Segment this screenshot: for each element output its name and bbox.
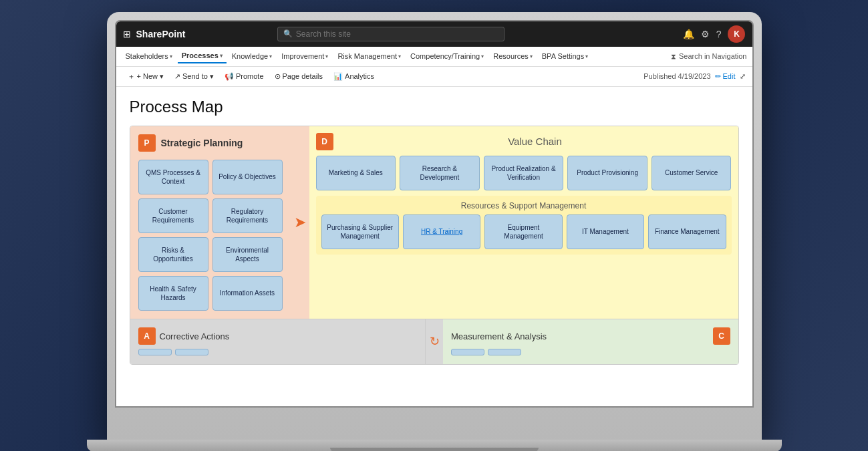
- settings-icon[interactable]: ⚙: [701, 29, 710, 39]
- measurement-box-2[interactable]: [488, 349, 521, 355]
- send-to-button[interactable]: ↗ Send to ▾: [170, 70, 219, 83]
- new-button[interactable]: ＋ + New ▾: [123, 69, 169, 84]
- value-chain-grid: Marketing & Sales Research & Development…: [316, 156, 732, 190]
- analytics-button[interactable]: 📊 Analytics: [329, 70, 379, 83]
- nav-competency[interactable]: Competency/Training ▾: [406, 49, 488, 63]
- bell-icon[interactable]: 🔔: [683, 29, 694, 39]
- corrective-box-2[interactable]: [175, 349, 208, 355]
- resources-grid: Purchasing & Supplier Management HR & Tr…: [321, 214, 726, 249]
- avatar[interactable]: K: [728, 25, 745, 43]
- nav-risk[interactable]: Risk Management ▾: [333, 49, 405, 63]
- value-chain-title: Value Chain: [339, 136, 732, 147]
- analytics-icon: 📊: [333, 72, 343, 81]
- chevron-icon: ▾: [160, 72, 164, 81]
- nav-bpa[interactable]: BPA Settings ▾: [538, 49, 592, 63]
- nav-stakeholders[interactable]: A Stakeholders ▾: [122, 49, 176, 63]
- regulatory-box[interactable]: Regulatory Requirements: [212, 198, 283, 233]
- search-bar[interactable]: 🔍: [277, 27, 504, 41]
- help-icon[interactable]: ?: [716, 29, 722, 39]
- nav-bar: A Stakeholders ▾ Processes ▾ Knowledge ▾…: [116, 47, 752, 67]
- strategic-header: P Strategic Planning: [138, 134, 283, 152]
- product-realization-box[interactable]: Product Realization & Verification: [484, 156, 564, 190]
- promote-icon: 📢: [225, 72, 234, 81]
- page-details-button[interactable]: ⊙ Page details: [270, 70, 328, 83]
- qms-box[interactable]: QMS Processes & Context: [138, 160, 208, 194]
- measurement-box-1[interactable]: [451, 349, 484, 355]
- app-grid-icon[interactable]: ⊞: [123, 29, 131, 39]
- product-provisioning-box[interactable]: Product Provisioning: [567, 156, 647, 190]
- published-label: Published 4/19/2023: [643, 72, 710, 80]
- fullscreen-icon[interactable]: ⤢: [740, 72, 746, 81]
- value-chain-badge: D: [316, 133, 333, 150]
- search-input[interactable]: [296, 29, 498, 39]
- details-icon: ⊙: [275, 72, 281, 81]
- policy-box[interactable]: Policy & Objectives: [212, 160, 283, 194]
- it-mgmt-box[interactable]: IT Management: [567, 214, 644, 249]
- measurement-section: Measurement & Analysis C: [443, 319, 738, 364]
- strategic-planning-panel: P Strategic Planning QMS Processes & Con…: [130, 126, 291, 319]
- top-bar: ⊞ SharePoint 🔍 🔔 ⚙ ? K: [116, 21, 752, 47]
- funnel-icon: ⧗: [671, 52, 676, 61]
- purchasing-box[interactable]: Purchasing & Supplier Management: [321, 214, 399, 249]
- laptop-base: [87, 440, 782, 452]
- toolbar: ＋ + New ▾ ↗ Send to ▾ 📢 Promote ⊙ Page d…: [116, 67, 752, 87]
- page-content: Process Map P Strategic Planning QMS Pro…: [116, 87, 752, 408]
- arrow-container: ➤: [291, 126, 309, 319]
- down-arrow-area: ↻: [426, 319, 443, 364]
- toolbar-right: Published 4/19/2023 ✏ Edit ⤢: [643, 72, 745, 81]
- measurement-boxes: [451, 349, 730, 355]
- send-icon: ↗: [174, 72, 180, 81]
- sharepoint-logo: SharePoint: [136, 29, 186, 39]
- health-safety-box[interactable]: Health & Safety Hazards: [138, 276, 208, 311]
- search-icon: 🔍: [283, 29, 293, 38]
- edit-icon: ✏: [715, 72, 721, 81]
- promote-button[interactable]: 📢 Promote: [220, 70, 269, 83]
- strategic-badge: P: [138, 134, 156, 152]
- laptop-screen: ⊞ SharePoint 🔍 🔔 ⚙ ? K A Stakeholders ▾ …: [115, 20, 754, 408]
- page-title: Process Map: [130, 98, 739, 116]
- process-map: P Strategic Planning QMS Processes & Con…: [130, 126, 739, 365]
- risks-box[interactable]: Risks & Opportunities: [138, 237, 208, 272]
- value-chain-section: D Value Chain Marketing & Sales Research…: [316, 133, 732, 190]
- equipment-box[interactable]: Equipment Management: [484, 214, 562, 249]
- corrective-badge: A: [138, 327, 156, 345]
- plus-icon: ＋: [128, 71, 135, 82]
- corrective-section: A Corrective Actions: [130, 319, 426, 364]
- nav-knowledge[interactable]: Knowledge ▾: [228, 49, 276, 63]
- nav-resources[interactable]: Resources ▾: [489, 49, 537, 63]
- customer-service-box[interactable]: Customer Service: [652, 156, 732, 190]
- chevron-send-icon: ▾: [210, 72, 214, 81]
- research-dev-box[interactable]: Research & Development: [400, 156, 480, 190]
- edit-button[interactable]: ✏ Edit: [715, 72, 736, 81]
- environmental-box[interactable]: Environmental Aspects: [212, 237, 283, 272]
- measurement-title: Measurement & Analysis: [451, 331, 547, 341]
- right-arrow-icon: ➤: [294, 214, 306, 231]
- resources-section: Resources & Support Management Purchasin…: [316, 196, 732, 255]
- laptop-shell: ⊞ SharePoint 🔍 🔔 ⚙ ? K A Stakeholders ▾ …: [107, 12, 762, 440]
- nav-search[interactable]: ⧗ Search in Navigation: [671, 52, 747, 61]
- corrective-title: Corrective Actions: [160, 331, 230, 341]
- finance-box[interactable]: Finance Management: [648, 214, 726, 249]
- info-assets-box[interactable]: Information Assets: [212, 276, 283, 311]
- bottom-row: A Corrective Actions ↻: [130, 319, 738, 364]
- resources-title: Resources & Support Management: [321, 201, 726, 210]
- down-arrow-icon: ↻: [430, 334, 440, 349]
- corrective-box-1[interactable]: [138, 349, 172, 355]
- measurement-badge: C: [713, 327, 730, 345]
- strategic-title: Strategic Planning: [161, 138, 243, 148]
- nav-processes[interactable]: Processes ▾: [178, 49, 227, 63]
- hr-training-box[interactable]: HR & Training: [403, 214, 480, 249]
- top-icons: 🔔 ⚙ ? K: [683, 25, 746, 43]
- marketing-sales-box[interactable]: Marketing & Sales: [316, 156, 396, 190]
- main-row: P Strategic Planning QMS Processes & Con…: [130, 126, 738, 319]
- strategic-grid: QMS Processes & Context Policy & Objecti…: [138, 160, 283, 311]
- corrective-boxes: [138, 349, 418, 355]
- nav-improvement[interactable]: Improvement ▾: [277, 49, 332, 63]
- customer-req-box[interactable]: Customer Requirements: [138, 198, 208, 233]
- right-panel: D Value Chain Marketing & Sales Research…: [309, 126, 738, 319]
